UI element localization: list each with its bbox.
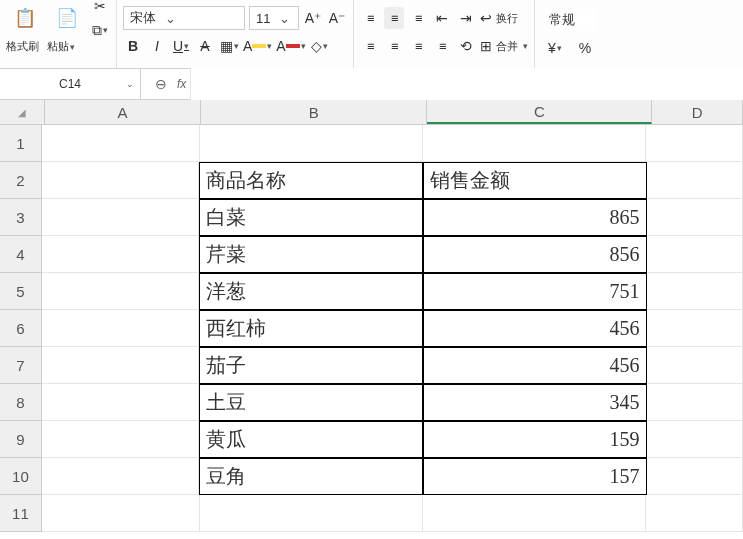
cell[interactable] [42, 458, 200, 495]
cell[interactable] [647, 199, 743, 236]
cell[interactable]: 芹菜 [199, 236, 423, 273]
cell[interactable] [647, 273, 743, 310]
cell[interactable] [42, 273, 200, 310]
col-header-C[interactable]: C [427, 100, 652, 124]
bold-button[interactable]: B [123, 35, 143, 57]
cell[interactable]: 157 [423, 458, 647, 495]
row-header[interactable]: 10 [0, 458, 42, 495]
align-justify-button[interactable]: ≡ [432, 35, 452, 57]
row-header[interactable]: 5 [0, 273, 42, 310]
cell[interactable]: 黄瓜 [199, 421, 423, 458]
cut-button[interactable]: ✂ [90, 0, 110, 17]
row-header[interactable]: 9 [0, 421, 42, 458]
paste-button[interactable]: 📄 [48, 9, 86, 27]
cell[interactable] [423, 495, 646, 532]
row-header[interactable]: 7 [0, 347, 42, 384]
col-header-B[interactable]: B [201, 100, 427, 124]
cell[interactable] [42, 310, 200, 347]
highlight-button[interactable]: ◇▾ [310, 35, 330, 57]
table-row: 10豆角157 [0, 458, 743, 495]
formula-input[interactable] [190, 68, 743, 100]
cell[interactable] [646, 125, 743, 162]
table-row: 7茄子456 [0, 347, 743, 384]
align-top-button[interactable]: ≡ [360, 7, 380, 29]
increase-indent-button[interactable]: ⇥ [456, 7, 476, 29]
cell[interactable] [42, 199, 200, 236]
cell[interactable] [647, 421, 743, 458]
cell[interactable] [647, 384, 743, 421]
fill-color-button[interactable]: A▾ [243, 35, 272, 57]
col-header-A[interactable]: A [45, 100, 201, 124]
cell[interactable] [42, 421, 200, 458]
underline-button[interactable]: U▾ [171, 35, 191, 57]
col-header-D[interactable]: D [652, 100, 743, 124]
select-all-corner[interactable]: ◢ [0, 100, 45, 124]
align-middle-button[interactable]: ≡ [384, 7, 404, 29]
increase-font-button[interactable]: A⁺ [303, 7, 323, 29]
font-name-select[interactable]: 宋体 ⌄ [123, 6, 245, 30]
cell[interactable]: 豆角 [199, 458, 423, 495]
row-header[interactable]: 11 [0, 495, 42, 532]
cell[interactable] [647, 310, 743, 347]
font-color-button[interactable]: A▾ [276, 35, 305, 57]
cell[interactable] [200, 495, 423, 532]
decrease-font-button[interactable]: A⁻ [327, 7, 347, 29]
zoom-out-icon[interactable]: ⊖ [155, 76, 167, 92]
percent-button[interactable]: % [575, 37, 595, 59]
border-button[interactable]: ▦▾ [219, 35, 239, 57]
merge-cells-button[interactable]: ⊞合并▾ [480, 36, 528, 56]
strike-button[interactable]: A [195, 35, 215, 57]
currency-button[interactable]: ¥▾ [545, 37, 565, 59]
font-name-value: 宋体 [124, 9, 162, 27]
number-format-select[interactable]: 常规 [543, 9, 597, 31]
cell[interactable]: 洋葱 [199, 273, 423, 310]
cell[interactable]: 商品名称 [199, 162, 423, 199]
decrease-indent-button[interactable]: ⇤ [432, 7, 452, 29]
cell[interactable] [647, 236, 743, 273]
align-right-button[interactable]: ≡ [408, 35, 428, 57]
merge-icon: ⊞ [480, 38, 492, 54]
cell[interactable]: 865 [423, 199, 647, 236]
cell[interactable] [42, 162, 200, 199]
align-bottom-button[interactable]: ≡ [408, 7, 428, 29]
orientation-button[interactable]: ⟲ [456, 35, 476, 57]
row-header[interactable]: 6 [0, 310, 42, 347]
cell[interactable]: 销售金额 [423, 162, 647, 199]
align-center-button[interactable]: ≡ [384, 35, 404, 57]
cell[interactable]: 345 [423, 384, 647, 421]
fx-label[interactable]: fx [177, 77, 186, 91]
row-header[interactable]: 2 [0, 162, 42, 199]
table-row: 8土豆345 [0, 384, 743, 421]
cell[interactable]: 856 [423, 236, 647, 273]
row-header[interactable]: 3 [0, 199, 42, 236]
row-header[interactable]: 8 [0, 384, 42, 421]
cell[interactable]: 茄子 [199, 347, 423, 384]
cell[interactable]: 751 [423, 273, 647, 310]
wrap-text-button[interactable]: ↩换行 [480, 8, 518, 28]
cell[interactable] [647, 347, 743, 384]
cell[interactable]: 159 [423, 421, 647, 458]
font-size-select[interactable]: 11 ⌄ [249, 6, 299, 30]
clipboard-icon: 📋 [14, 9, 36, 27]
format-painter-button[interactable]: 📋 [6, 9, 44, 27]
cell[interactable] [42, 495, 200, 532]
italic-button[interactable]: I [147, 35, 167, 57]
row-header[interactable]: 1 [0, 125, 42, 162]
cell[interactable]: 白菜 [199, 199, 423, 236]
cell[interactable] [42, 347, 200, 384]
cell[interactable] [42, 236, 200, 273]
row-header[interactable]: 4 [0, 236, 42, 273]
cell[interactable] [42, 384, 200, 421]
cell[interactable] [646, 495, 743, 532]
cell[interactable] [647, 162, 743, 199]
cell[interactable]: 456 [423, 347, 647, 384]
cell[interactable] [200, 125, 423, 162]
cell[interactable] [647, 458, 743, 495]
cell[interactable]: 土豆 [199, 384, 423, 421]
cell[interactable]: 西红柿 [199, 310, 423, 347]
cell[interactable] [423, 125, 646, 162]
cell[interactable]: 456 [423, 310, 647, 347]
align-left-button[interactable]: ≡ [360, 35, 380, 57]
cell[interactable] [42, 125, 200, 162]
name-box[interactable]: C14 ⌄ [0, 69, 141, 99]
